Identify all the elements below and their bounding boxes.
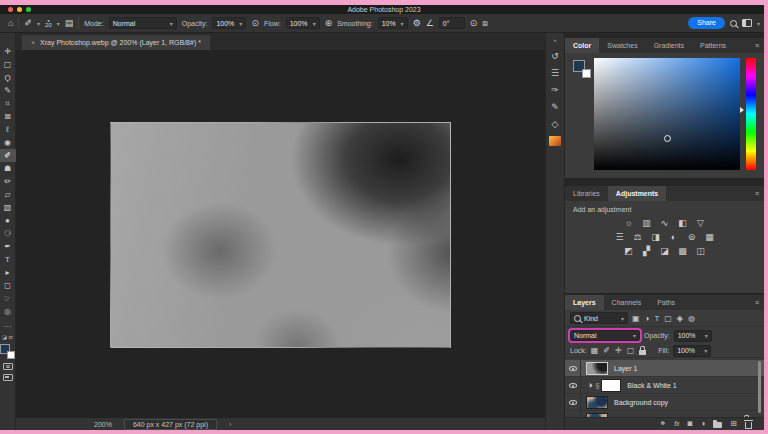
panel-menu-icon[interactable]: ≡ (755, 42, 759, 49)
hue-slider-marker[interactable] (740, 107, 744, 113)
black-white-icon[interactable]: ◨ (650, 232, 661, 243)
hue-slider[interactable] (746, 58, 756, 170)
properties-panel-icon[interactable]: ☰ (551, 68, 559, 79)
move-tool[interactable]: ✛ (0, 45, 16, 58)
hue-saturation-icon[interactable]: ☰ (614, 232, 625, 243)
search-icon[interactable] (730, 20, 737, 27)
brush-size-preview[interactable]: ● 20 (45, 19, 52, 28)
tab-patterns[interactable]: Patterns (692, 38, 734, 53)
add-layer-mask-icon[interactable]: ◙ (688, 419, 693, 429)
layer-row-layer-1[interactable]: Layer 1 (565, 360, 764, 377)
blend-mode-select[interactable]: Normal ▾ (109, 17, 177, 29)
eye-icon[interactable] (569, 400, 577, 405)
tab-layers[interactable]: Layers (565, 295, 604, 310)
canvas-pasteboard[interactable] (16, 50, 545, 418)
eye-icon[interactable] (569, 383, 577, 388)
tab-libraries[interactable]: Libraries (565, 186, 608, 201)
share-button[interactable]: Share (688, 17, 725, 29)
new-layer-icon[interactable]: ⊞ (730, 419, 737, 429)
threshold-icon[interactable]: ◪ (659, 246, 670, 257)
clone-stamp-tool[interactable]: ☗ (0, 162, 16, 175)
adjustment-layer-icon[interactable]: ◑ (587, 380, 592, 390)
layer-name[interactable]: Layer 1 (614, 365, 637, 372)
tab-color[interactable]: Color (565, 38, 599, 53)
delete-layer-icon[interactable] (745, 422, 752, 429)
document-tab[interactable]: × Xray Photoshop.webp @ 200% (Layer 1, R… (22, 35, 210, 50)
lock-artboard-icon[interactable]: ▢ (627, 346, 635, 355)
brushes-panel-icon[interactable]: ✎ (551, 102, 559, 113)
quick-mask-mode-icon[interactable] (3, 363, 13, 370)
tab-swatches[interactable]: Swatches (599, 38, 645, 53)
pressure-opacity-icon[interactable]: ⊙ (251, 18, 259, 28)
close-document-icon[interactable]: × (31, 39, 35, 46)
tab-adjustments[interactable]: Adjustments (608, 186, 666, 201)
eye-icon[interactable] (569, 366, 577, 371)
history-brush-tool[interactable]: ✏ (0, 175, 16, 188)
gradient-tool[interactable]: ▧ (0, 201, 16, 214)
smoothing-options-gear-icon[interactable]: ⚙ (413, 18, 421, 28)
spot-healing-brush-tool[interactable]: ◉ (0, 136, 16, 149)
eyedropper-tool[interactable]: ℓ (0, 123, 16, 136)
hand-tool[interactable]: ☞ (0, 292, 16, 305)
brightness-contrast-icon[interactable]: ☼ (623, 218, 634, 229)
visibility-cell[interactable] (565, 377, 581, 393)
brush-settings-panel-icon[interactable]: ✑ (551, 85, 559, 96)
photo-filter-icon[interactable]: ◐ (668, 232, 679, 243)
brush-size-caret-icon[interactable]: ▾ (57, 20, 60, 27)
opacity-select[interactable]: 100% ▾ (212, 17, 246, 29)
brush-angle-input[interactable]: 0° (439, 17, 465, 29)
filter-adjustment-layers-icon[interactable]: ◑ (645, 314, 650, 323)
lock-position-icon[interactable]: ✛ (615, 346, 622, 355)
status-expand-chevron-icon[interactable]: › (229, 421, 231, 428)
home-icon[interactable]: ⌂ (8, 18, 13, 28)
layer-blend-mode-select[interactable]: Normal ▾ (570, 330, 640, 341)
tab-gradients[interactable]: Gradients (646, 38, 692, 53)
path-selection-tool[interactable]: ▸ (0, 266, 16, 279)
flow-select[interactable]: 100% ▾ (286, 17, 320, 29)
vibrance-icon[interactable]: ▽ (695, 218, 706, 229)
quick-selection-tool[interactable]: ✎ (0, 84, 16, 97)
default-colors-icon[interactable]: ◪ ⇄ (2, 335, 12, 340)
layer-thumbnail[interactable] (586, 396, 608, 409)
tab-paths[interactable]: Paths (649, 295, 683, 310)
expand-panels-chevron-icon[interactable]: » (553, 33, 556, 47)
eraser-tool[interactable]: ▱ (0, 188, 16, 201)
layer-mask-thumbnail[interactable] (601, 379, 621, 392)
channel-mixer-icon[interactable]: ⊚ (686, 232, 697, 243)
frame-tool[interactable]: ⊠ (0, 110, 16, 123)
background-color-swatch[interactable] (7, 351, 15, 359)
filter-pixel-layers-icon[interactable]: ▣ (632, 314, 640, 323)
symmetry-icon[interactable]: ⧈ (482, 18, 488, 28)
exposure-icon[interactable]: ◧ (677, 218, 688, 229)
rectangle-tool[interactable]: ◻ (0, 279, 16, 292)
layers-scrollbar[interactable] (758, 361, 761, 413)
smoothing-select[interactable]: 10% ▾ (378, 17, 408, 29)
color-field-cursor[interactable] (664, 135, 671, 142)
lock-image-pixels-icon[interactable]: ✐ (603, 346, 610, 355)
lock-transparent-pixels-icon[interactable]: ▦ (591, 346, 599, 355)
filter-shape-layers-icon[interactable]: ▢ (664, 314, 672, 323)
crop-tool[interactable]: ⌗ (0, 97, 16, 110)
zoom-tool[interactable]: ◎ (0, 305, 16, 318)
lasso-tool[interactable]: Ϙ (0, 71, 16, 84)
pen-tool[interactable]: ✒ (0, 240, 16, 253)
toggle-brush-settings-icon[interactable]: ▤ (65, 18, 74, 28)
edit-toolbar-button[interactable]: … (0, 318, 16, 331)
status-zoom-level[interactable]: 200% (94, 421, 112, 428)
color-lookup-icon[interactable]: ▦ (704, 232, 715, 243)
lock-all-icon[interactable] (639, 350, 646, 355)
filter-type-layers-icon[interactable]: T (654, 314, 659, 323)
layer-fill-select[interactable]: 100% ▾ (673, 345, 711, 357)
3d-panel-icon[interactable]: ◇ (552, 119, 559, 130)
color-field[interactable] (594, 58, 740, 170)
workspace-caret-icon[interactable]: ▾ (757, 20, 760, 27)
panel-menu-icon[interactable]: ≡ (755, 190, 759, 197)
type-tool[interactable]: T (0, 253, 16, 266)
screen-mode-icon[interactable] (3, 374, 13, 381)
layer-opacity-select[interactable]: 100% ▾ (674, 330, 712, 342)
brush-preset-caret-icon[interactable]: ▾ (37, 20, 40, 27)
filter-smart-objects-icon[interactable]: ◈ (677, 314, 683, 323)
brush-tool[interactable]: ✐ (0, 149, 16, 162)
blur-tool[interactable]: ● (0, 214, 16, 227)
color-balance-icon[interactable]: ⚖ (632, 232, 643, 243)
